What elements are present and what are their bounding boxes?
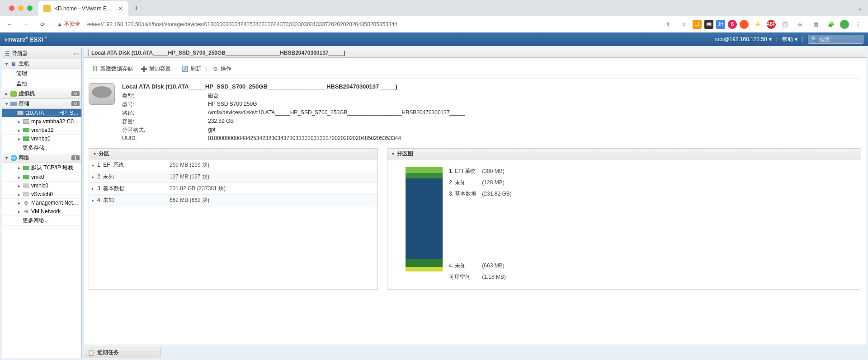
extension-icon[interactable]: JH: [716, 20, 725, 29]
extension-icon[interactable]: 11: [693, 20, 702, 29]
tab-title: KD.home - VMware ESXi: [54, 5, 115, 12]
extension-icon[interactable]: 📖: [704, 20, 713, 29]
extension-icon[interactable]: B: [728, 20, 737, 29]
extension-icon[interactable]: [740, 20, 749, 29]
window-controls[interactable]: [4, 5, 38, 11]
minimize-window-icon[interactable]: [18, 5, 24, 11]
close-window-icon[interactable]: [9, 5, 14, 11]
bookmark-icon[interactable]: ☆: [677, 18, 690, 31]
browser-tab[interactable]: KD.home - VMware ESXi ✕: [38, 1, 128, 16]
maximize-window-icon[interactable]: [27, 5, 33, 11]
extension-icon[interactable]: ▦: [809, 18, 822, 31]
security-warning-icon: ▲ 不安全: [57, 20, 80, 28]
back-button[interactable]: ←: [4, 18, 16, 31]
close-tab-icon[interactable]: ✕: [118, 5, 123, 12]
favicon-icon: [43, 5, 51, 12]
app-header: vmware® ESXi™ root@192.168.123.50 ▾ | 帮助…: [0, 33, 868, 33]
forward-button[interactable]: →: [20, 18, 33, 31]
extension-icon[interactable]: ⚡: [751, 18, 764, 31]
extensions-icon[interactable]: 🧩: [825, 18, 837, 31]
menu-icon[interactable]: ⋮: [852, 18, 864, 31]
browser-chrome: KD.home - VMware ESXi ✕ + ⌄ ← → ⟳ ▲ 不安全 …: [0, 0, 868, 33]
extension-icon[interactable]: ∞: [794, 18, 807, 31]
address-bar[interactable]: ▲ 不安全 | https://192.168.123.50/ui/#/host…: [52, 20, 658, 28]
share-icon[interactable]: ⇪: [662, 18, 675, 31]
browser-actions: ⇪ ☆ 11 📖 JH B ⚡ ABP 📋 ∞ ▦ 🧩 ⋮: [662, 18, 864, 31]
abp-icon[interactable]: ABP: [767, 20, 776, 29]
profile-avatar[interactable]: [840, 20, 849, 29]
new-tab-button[interactable]: +: [128, 4, 144, 13]
extension-icon[interactable]: 📋: [778, 18, 791, 31]
expand-tabs-icon[interactable]: ⌄: [853, 5, 868, 11]
reload-button[interactable]: ⟳: [36, 18, 49, 31]
